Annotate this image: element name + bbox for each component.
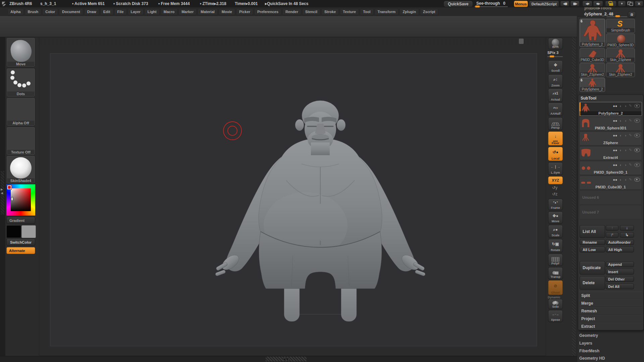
menu-item[interactable]: Transform <box>375 8 399 15</box>
subtool-row-zsphere[interactable]: ●●◐◑✎ ZSphere <box>579 131 642 145</box>
next-tool-button[interactable]: ■▶ <box>593 1 603 7</box>
rename-button[interactable]: Rename <box>580 239 605 245</box>
stroke-tile[interactable]: Dots <box>6 68 35 97</box>
subtool-row-unused7[interactable]: Unused 7 <box>579 205 642 219</box>
polypaint-icon[interactable]: ●● <box>613 119 617 123</box>
menu-item[interactable]: Tool <box>360 8 373 15</box>
dock-xpose-button[interactable]: ←·→ Xpose <box>548 310 563 322</box>
dock-frame-button[interactable]: ⌜●⌝ Frame <box>548 199 563 210</box>
menu-item[interactable]: Draw <box>84 8 99 15</box>
spin-y-icon[interactable]: ↺y <box>552 185 557 190</box>
menu-item[interactable]: Material <box>198 8 218 15</box>
polypaint-icon[interactable]: ●● <box>613 178 617 182</box>
section-fibermesh[interactable]: FiberMesh <box>579 349 599 353</box>
dock-scroll-button[interactable]: ✥ Scroll <box>548 60 563 73</box>
subtool-movedown-button[interactable]: ↳ <box>620 232 634 238</box>
del-all-button[interactable]: Del All <box>606 284 634 289</box>
subtool-row-pm3d-sphere3d1[interactable]: ●●◐◑✎ PM3D_Sphere3D1 <box>579 117 642 131</box>
tool-tile-simplebrush[interactable]: S SimpleBrush <box>606 19 635 33</box>
brush-icon[interactable]: ✎ <box>629 133 632 137</box>
alpha-tile[interactable]: Alpha Off <box>6 98 35 126</box>
list-all-button[interactable]: List All <box>580 225 605 238</box>
main-color-swatch[interactable] <box>6 225 21 238</box>
switch-color-button[interactable]: SwitchColor <box>6 239 35 246</box>
dock-move-button[interactable]: ✥● Move <box>548 212 563 224</box>
subtool-action-row[interactable]: Remesh <box>579 307 642 315</box>
dock-persp-button[interactable]: Persp <box>548 117 563 130</box>
visibility-eye-icon[interactable] <box>634 119 640 123</box>
tool-tile-polysphere2-large[interactable]: 6 PolySphere_2 <box>580 19 605 47</box>
polypaint-icon[interactable]: ●● <box>613 163 617 167</box>
polypaint-icon[interactable]: ●● <box>613 133 617 137</box>
tool-tile-skin-zsphere2b[interactable]: Skin_ZSphere2 <box>606 63 635 77</box>
canvas-top-track[interactable] <box>40 38 545 45</box>
brush-icon[interactable]: ✎ <box>629 177 632 182</box>
canvas[interactable] <box>39 37 546 356</box>
prev-document-button[interactable]: ◀▮▮ <box>560 1 570 7</box>
dock-polyf-button[interactable]: PolyF <box>548 254 563 266</box>
dock-aahalf-button[interactable]: ⌕▭ AAHalf <box>548 103 563 116</box>
menu-item[interactable]: Document <box>59 8 83 15</box>
subtool-down-button[interactable]: ↓ <box>620 225 634 231</box>
subtool-moveup-button[interactable]: ↱ <box>606 232 619 238</box>
bpr-button[interactable]: BPR <box>548 38 563 49</box>
spix-handle[interactable] <box>549 55 554 58</box>
subtool-row-extract4[interactable]: ●●◐◑✎ Extract4 <box>579 146 642 160</box>
contrast-icon[interactable]: ◑ <box>624 133 627 137</box>
all-high-button[interactable]: All High <box>606 247 634 252</box>
tool-tile-skin-zsphere[interactable]: Skin_ZSphere <box>606 48 635 62</box>
dock-transp-button[interactable]: Transp <box>548 267 563 279</box>
visibility-eye-icon[interactable] <box>634 178 640 182</box>
section-geometry-hd[interactable]: Geometry HD <box>579 356 605 361</box>
material-tile[interactable]: SkinShade4 <box>6 156 35 184</box>
subtool-row-pm3d-sphere3d-1[interactable]: ●●◐◑✎ PM3D_Sphere3D_1 <box>579 161 642 175</box>
secondary-color-swatch[interactable] <box>21 225 36 238</box>
shade-icon[interactable]: ◐ <box>620 104 622 108</box>
contrast-icon[interactable]: ◑ <box>624 119 627 123</box>
shade-icon[interactable]: ◐ <box>620 133 622 137</box>
brush-icon[interactable]: ✎ <box>629 118 632 123</box>
alternate-button[interactable]: Alternate <box>6 247 35 254</box>
brush-icon[interactable]: ✎ <box>629 148 632 152</box>
dock-ghost-button[interactable]: ⊘ Ghost <box>548 280 563 295</box>
canvas-top-track-handle[interactable] <box>519 39 524 44</box>
subtool-row-pm3d-cube3d-1[interactable]: ●●◐◑✎ PM3D_Cube3D_1 <box>579 176 642 190</box>
menu-item[interactable]: Color <box>42 8 58 15</box>
brush-icon[interactable]: ✎ <box>629 163 632 167</box>
del-other-button[interactable]: Del Other <box>606 276 634 282</box>
dock-solo-button[interactable]: Solo <box>548 299 563 309</box>
shade-icon[interactable]: ◐ <box>620 148 622 152</box>
restore-button[interactable] <box>627 1 634 7</box>
shelf-divider-arrows[interactable]: ▶◀ <box>1 188 3 195</box>
contrast-icon[interactable]: ◑ <box>624 163 627 167</box>
dock-actual-button[interactable]: ⌕x1 Actual <box>548 88 563 102</box>
section-layers[interactable]: Layers <box>579 341 592 346</box>
subtool-header[interactable]: SubTool <box>581 96 596 101</box>
menu-item[interactable]: Zscript <box>420 8 438 15</box>
append-button[interactable]: Append <box>606 261 634 267</box>
sculpt-model[interactable] <box>215 98 426 323</box>
menu-item[interactable]: Picker <box>236 8 253 15</box>
auto-reorder-button[interactable]: AutoReorder <box>606 239 634 245</box>
menu-item[interactable]: Movie <box>219 8 235 15</box>
dock-lsym-button[interactable]: ←❘→ L.Sym <box>548 162 563 175</box>
spin-z-icon[interactable]: ↺z <box>552 192 557 196</box>
polypaint-icon[interactable]: ●● <box>613 148 617 152</box>
shade-icon[interactable]: ◐ <box>620 163 622 167</box>
dock-floor-button[interactable]: ↓ Floor <box>548 131 563 145</box>
menu-item[interactable]: Texture <box>340 8 359 15</box>
r-button[interactable]: R <box>628 11 636 18</box>
tool-tile-pm3d-sphere3d[interactable]: PM3D_Sphere3D <box>606 34 635 48</box>
menu-item[interactable]: File <box>114 8 127 15</box>
polypaint-icon[interactable]: ●● <box>613 104 617 108</box>
tool-slider-handle[interactable] <box>615 15 620 17</box>
insert-button[interactable]: Insert <box>606 269 634 275</box>
menu-item[interactable]: Render <box>282 8 301 15</box>
shade-icon[interactable]: ◐ <box>620 119 622 123</box>
menu-item[interactable]: Alpha <box>7 8 24 15</box>
shade-icon[interactable]: ◐ <box>620 178 622 182</box>
dock-scale-button[interactable]: ⌕● Scale <box>548 225 563 238</box>
gradient-button[interactable]: Gradient <box>6 217 35 224</box>
brush-icon[interactable]: ✎ <box>629 104 632 108</box>
default-zscript-button[interactable]: DefaultZScript <box>529 1 559 7</box>
